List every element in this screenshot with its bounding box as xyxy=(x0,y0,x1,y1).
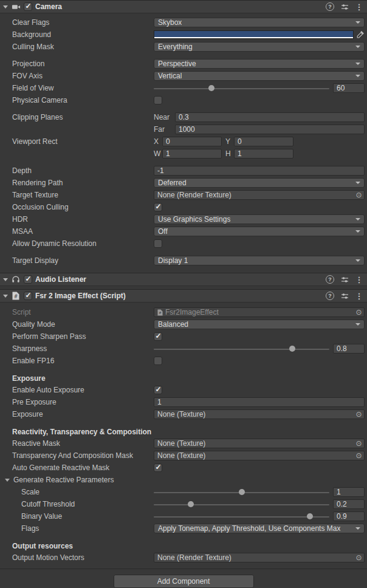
foldout-arrow-icon[interactable] xyxy=(3,278,8,281)
field-label: Output Motion Vectors xyxy=(0,553,154,562)
projection-dropdown[interactable]: Perspective xyxy=(154,59,365,69)
object-picker-icon[interactable] xyxy=(354,553,364,562)
field-label: Background xyxy=(0,30,154,39)
row-scale: Scale 1 xyxy=(0,486,367,498)
row-output-motion-vectors: Output Motion Vectors None (Render Textu… xyxy=(0,552,367,564)
presets-icon[interactable] xyxy=(340,275,349,284)
clipping-near-field[interactable]: 0.3 xyxy=(175,112,365,122)
exposure-field[interactable]: None (Texture) xyxy=(154,409,365,419)
eyedropper-icon[interactable] xyxy=(355,30,365,39)
camera-component-header[interactable]: Camera xyxy=(0,0,367,13)
msaa-dropdown[interactable]: Off xyxy=(154,227,365,236)
object-picker-icon[interactable] xyxy=(354,308,364,316)
scale-slider[interactable] xyxy=(154,487,329,497)
row-flags: Flags Apply Tonemap, Apply Threshold, Us… xyxy=(0,522,367,535)
field-of-view-value-field[interactable]: 60 xyxy=(333,83,365,93)
presets-icon[interactable] xyxy=(340,2,349,11)
dropdown-value: Deferred xyxy=(158,179,187,187)
enable-auto-exposure-checkbox[interactable] xyxy=(154,386,162,394)
help-icon[interactable] xyxy=(326,2,334,11)
reactive-mask-field[interactable]: None (Texture) xyxy=(154,439,365,448)
row-occlusion-culling: Occlusion Culling xyxy=(0,201,367,213)
quality-mode-dropdown[interactable]: Balanced xyxy=(154,320,365,329)
cutoff-threshold-value-field[interactable]: 0.2 xyxy=(333,499,365,509)
hdr-dropdown[interactable]: Use Graphics Settings xyxy=(154,214,365,224)
chevron-down-icon xyxy=(355,323,360,326)
object-field-value: None (Texture) xyxy=(157,439,205,448)
help-icon[interactable] xyxy=(326,292,334,300)
depth-field[interactable]: -1 xyxy=(154,166,365,176)
auto-generate-reactive-mask-checkbox[interactable] xyxy=(154,463,162,472)
fsr2-component-header[interactable]: # Fsr 2 Image Effect (Script) xyxy=(0,289,367,303)
row-physical-camera: Physical Camera xyxy=(0,94,367,106)
object-picker-icon[interactable] xyxy=(354,410,364,419)
viewport-x-field[interactable]: 0 xyxy=(162,137,222,146)
dropdown-value: Everything xyxy=(158,43,193,51)
culling-mask-dropdown[interactable]: Everything xyxy=(154,42,365,52)
viewport-y-field[interactable]: 0 xyxy=(234,137,293,146)
foldout-arrow-icon[interactable] xyxy=(3,5,8,9)
help-icon[interactable] xyxy=(326,275,334,284)
dropdown-value: Use Graphics Settings xyxy=(158,215,230,224)
fsr2-enabled-checkbox[interactable] xyxy=(24,292,32,300)
field-label: MSAA xyxy=(0,227,154,236)
cutoff-threshold-slider[interactable] xyxy=(154,499,329,509)
rendering-path-dropdown[interactable]: Deferred xyxy=(154,178,365,188)
clear-flags-dropdown[interactable]: Skybox xyxy=(154,18,365,27)
slider-handle[interactable] xyxy=(289,346,295,352)
more-menu-icon[interactable] xyxy=(355,275,363,284)
viewport-h-field[interactable]: 1 xyxy=(234,149,293,159)
background-color-field[interactable] xyxy=(154,30,354,39)
row-rendering-path: Rendering Path Deferred xyxy=(0,177,367,189)
fov-axis-dropdown[interactable]: Vertical xyxy=(154,71,365,81)
field-label: HDR xyxy=(0,215,154,224)
row-generate-reactive-parameters[interactable]: Generate Reactive Parameters xyxy=(0,474,367,486)
slider-handle[interactable] xyxy=(208,85,214,91)
output-motion-vectors-field[interactable]: None (Render Texture) xyxy=(154,553,365,562)
clipping-far-field[interactable]: 1000 xyxy=(175,125,365,134)
add-component-button[interactable]: Add Component xyxy=(114,575,254,588)
slider-handle[interactable] xyxy=(307,513,313,519)
field-label: Projection xyxy=(0,60,154,68)
sharpness-value-field[interactable]: 0.8 xyxy=(333,344,365,354)
scale-value-field[interactable]: 1 xyxy=(333,487,365,497)
w-label: W xyxy=(154,149,162,158)
target-display-dropdown[interactable]: Display 1 xyxy=(154,256,365,265)
more-menu-icon[interactable] xyxy=(355,292,363,300)
inspector-panel: Camera Clear Flags Skybox Background xyxy=(0,0,367,588)
object-picker-icon[interactable] xyxy=(354,191,364,199)
target-texture-field[interactable]: None (Render Texture) xyxy=(154,190,365,200)
foldout-arrow-icon[interactable] xyxy=(5,479,10,482)
object-picker-icon[interactable] xyxy=(354,451,364,460)
camera-body: Clear Flags Skybox Background Culling Ma… xyxy=(0,13,367,273)
presets-icon[interactable] xyxy=(340,292,349,300)
flags-dropdown[interactable]: Apply Tonemap, Apply Threshold, Use Comp… xyxy=(154,524,365,533)
headphones-icon xyxy=(11,275,21,284)
pre-exposure-field[interactable]: 1 xyxy=(154,397,365,407)
sharpness-slider[interactable] xyxy=(154,344,329,354)
occlusion-culling-checkbox[interactable] xyxy=(154,203,162,211)
perform-sharpen-pass-checkbox[interactable] xyxy=(154,332,162,341)
binary-value-slider[interactable] xyxy=(154,511,329,521)
audio-listener-component-header[interactable]: Audio Listener xyxy=(0,273,367,286)
h-label: H xyxy=(225,149,234,158)
field-label: Flags xyxy=(0,524,154,533)
binary-value-value-field[interactable]: 0.9 xyxy=(333,511,365,521)
more-menu-icon[interactable] xyxy=(355,2,363,11)
audio-listener-enabled-checkbox[interactable] xyxy=(24,275,32,284)
svg-text:#: # xyxy=(14,294,18,299)
transparency-mask-field[interactable]: None (Texture) xyxy=(154,451,365,460)
viewport-w-field[interactable]: 1 xyxy=(162,149,222,159)
slider-handle[interactable] xyxy=(188,501,194,507)
field-label: Enable Auto Exposure xyxy=(0,386,154,394)
camera-enabled-checkbox[interactable] xyxy=(24,2,32,11)
slider-handle[interactable] xyxy=(239,489,245,495)
allow-dynamic-resolution-checkbox[interactable] xyxy=(154,239,162,248)
section-reactivity: Reactivity, Transparency & Composition xyxy=(0,426,367,437)
enable-fp16-checkbox[interactable] xyxy=(154,357,162,365)
physical-camera-checkbox[interactable] xyxy=(154,96,162,104)
foldout-arrow-icon[interactable] xyxy=(3,295,8,298)
object-picker-icon[interactable] xyxy=(354,439,364,448)
row-msaa: MSAA Off xyxy=(0,225,367,238)
field-of-view-slider[interactable] xyxy=(154,83,329,93)
